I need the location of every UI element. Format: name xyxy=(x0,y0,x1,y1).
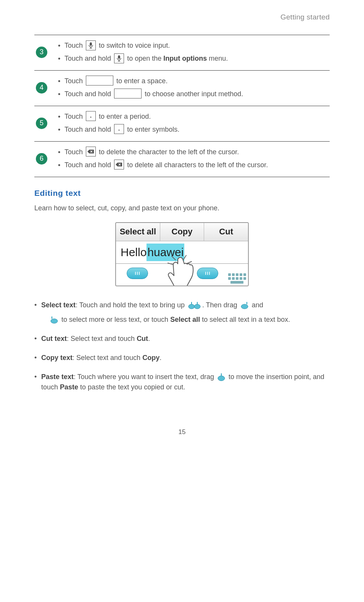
row-number-badge: 4 xyxy=(36,82,47,94)
svg-point-7 xyxy=(119,130,120,131)
page-header: Getting started xyxy=(34,11,330,23)
feature-cut-text: Cut text: Select text and touch Cut. xyxy=(34,334,330,344)
period-key-icon xyxy=(114,124,124,134)
keyboard-actions-table: 3 Touch to switch to voice input. Touch … xyxy=(34,35,330,177)
selection-handle-right[interactable] xyxy=(197,268,218,279)
row-number-badge: 5 xyxy=(36,118,47,129)
row5-line-a: Touch to enter a period. xyxy=(58,111,328,122)
keyboard-glimpse-icon xyxy=(228,273,246,284)
text-strong: Copy xyxy=(142,354,159,362)
feature-paste-text: Paste text: Touch where you want to inse… xyxy=(34,372,330,393)
selection-handles-pair-icon xyxy=(188,302,201,309)
figure-toolbar: Select all Copy Cut xyxy=(116,223,248,241)
row4-line-a: Touch to enter a space. xyxy=(58,76,328,87)
text: Hello xyxy=(121,244,147,261)
label: Select text xyxy=(41,301,76,309)
text: to select more or less text, or touch xyxy=(60,316,170,323)
backspace-icon xyxy=(86,147,96,157)
mic-icon xyxy=(86,40,96,50)
text: Touch and hold xyxy=(64,161,113,169)
row5-line-b: Touch and hold to enter symbols. xyxy=(58,124,328,135)
svg-point-6 xyxy=(90,117,92,118)
text: to paste the text you copied or cut. xyxy=(78,383,185,391)
text: Touch xyxy=(64,77,85,85)
selection-handle-right-icon xyxy=(50,316,58,324)
text-strong: Select all xyxy=(170,316,200,323)
svg-point-15 xyxy=(194,304,200,309)
selection-handle-left[interactable] xyxy=(127,268,148,279)
label: Cut text xyxy=(41,335,67,342)
text: to enter a period. xyxy=(99,113,151,120)
svg-rect-10 xyxy=(139,272,140,275)
text: : Select text and touch xyxy=(72,354,142,362)
text: Touch and hold xyxy=(64,55,113,62)
label: Paste text xyxy=(41,373,74,381)
svg-point-18 xyxy=(218,376,225,381)
svg-rect-9 xyxy=(137,272,138,275)
row4-line-b: Touch and hold to choose another input m… xyxy=(58,89,328,100)
select-all-button[interactable]: Select all xyxy=(116,223,160,241)
row6-line-b: Touch and hold to delete all characters … xyxy=(58,160,328,171)
svg-rect-8 xyxy=(135,272,136,275)
label: Copy text xyxy=(41,354,72,362)
svg-rect-0 xyxy=(90,42,92,46)
text: Touch and hold xyxy=(64,90,113,98)
text: to open the xyxy=(127,55,163,62)
insertion-handle-icon xyxy=(217,373,225,381)
page-number: 15 xyxy=(34,427,330,437)
text: : Select text and touch xyxy=(67,335,137,342)
svg-rect-13 xyxy=(209,272,210,275)
figure-text-row: Hello huawei xyxy=(116,241,248,263)
row-number-badge: 6 xyxy=(36,153,47,165)
row3-line-b: Touch and hold to open the Input options… xyxy=(58,53,328,64)
selection-handle-left-icon xyxy=(241,302,248,309)
svg-rect-12 xyxy=(207,272,208,275)
spacebar-icon xyxy=(114,89,142,98)
text: . xyxy=(148,335,150,342)
text: to enter a space. xyxy=(116,77,168,85)
feature-copy-text: Copy text: Select text and touch Copy. xyxy=(34,353,330,363)
backspace-icon xyxy=(114,160,124,169)
mic-icon xyxy=(114,53,124,63)
text: menu. xyxy=(207,55,228,62)
row3-line-a: Touch to switch to voice input. xyxy=(58,40,328,51)
text: and xyxy=(252,301,263,309)
table-row: 3 Touch to switch to voice input. Touch … xyxy=(34,35,330,71)
svg-point-17 xyxy=(51,319,58,323)
row6-line-a: Touch to delete the character to the lef… xyxy=(58,147,328,158)
spacebar-icon xyxy=(86,76,113,86)
text: Touch and hold xyxy=(64,126,113,133)
feature-list: Select text: Touch and hold the text to … xyxy=(34,300,330,393)
cut-button[interactable]: Cut xyxy=(204,223,248,241)
text: : Touch and hold the text to bring up xyxy=(76,301,187,309)
svg-rect-3 xyxy=(118,55,120,59)
text: : Touch where you want to insert the tex… xyxy=(74,373,216,381)
table-row: 5 Touch to enter a period. Touch and hol… xyxy=(34,106,330,142)
editing-figure: Select all Copy Cut Hello huawei xyxy=(34,222,330,286)
text: to enter symbols. xyxy=(127,126,179,133)
text-strong: Input options xyxy=(163,55,207,62)
text: Touch xyxy=(64,113,85,120)
editing-intro: Learn how to select, cut, copy, and past… xyxy=(34,203,330,214)
table-row: 4 Touch to enter a space. Touch and hold… xyxy=(34,71,330,106)
text: to select all text in a text box. xyxy=(200,316,290,323)
text: Touch xyxy=(64,42,85,49)
period-key-icon xyxy=(86,111,96,121)
text: to delete the character to the left of t… xyxy=(99,148,239,156)
figure-handles-row xyxy=(116,263,248,286)
copy-button[interactable]: Copy xyxy=(160,223,205,241)
table-row: 6 Touch to delete the character to the l… xyxy=(34,141,330,177)
row-number-badge: 3 xyxy=(36,47,47,58)
feature-select-text: Select text: Touch and hold the text to … xyxy=(34,300,330,325)
svg-rect-11 xyxy=(205,272,206,275)
svg-point-16 xyxy=(241,304,248,309)
text: . Then drag xyxy=(202,301,239,309)
text-strong: Cut xyxy=(137,335,148,342)
text: to switch to voice input. xyxy=(99,42,170,49)
text: Touch xyxy=(64,148,85,156)
text: to choose another input method. xyxy=(145,90,243,98)
text: to delete all characters to the left of … xyxy=(127,161,268,169)
text: . xyxy=(159,354,161,362)
editing-text-heading: Editing text xyxy=(34,187,330,200)
text-strong: Paste xyxy=(60,383,78,391)
